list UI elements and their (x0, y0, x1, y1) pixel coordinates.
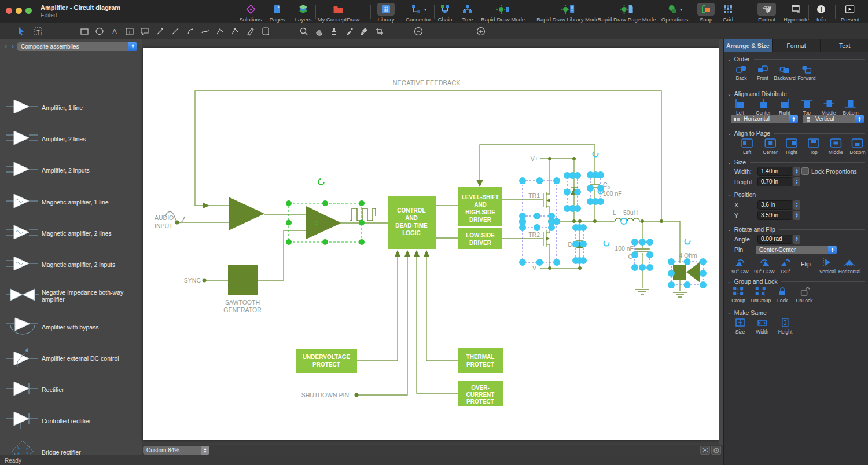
toolbar-item-rapid-draw-mode[interactable]: Rapid Draw Mode (481, 3, 525, 23)
rotate-90ccw-button[interactable]: 90° CCW (754, 257, 775, 274)
cyan-selection-handle[interactable] (597, 185, 604, 192)
vertical-scrollbar[interactable] (719, 39, 723, 445)
toolbar-item-chain[interactable]: Chain (436, 3, 454, 23)
stamp-tool[interactable] (328, 25, 340, 37)
polyline-tool[interactable] (214, 25, 227, 37)
order-forward-button[interactable]: Forward (797, 65, 815, 81)
order-front-button[interactable]: Front (757, 65, 768, 81)
collapse-chevron-icon[interactable]: ⌄ (727, 131, 731, 136)
cyan-selection-handle[interactable] (534, 224, 540, 231)
cyan-selection-handle[interactable] (574, 172, 581, 179)
pin-dropdown[interactable]: Center-Center ▲▼ (756, 246, 837, 254)
cyan-selection-handle[interactable] (534, 213, 540, 219)
brush-tool[interactable] (358, 25, 371, 37)
rotation-handles-cyan[interactable] (593, 152, 690, 246)
ellipse-tool[interactable] (93, 25, 106, 37)
library-item-amplifier-2-inputs[interactable]: Amplifier, 2 inputs (0, 155, 142, 186)
cyan-selection-handle[interactable] (631, 239, 638, 246)
smart-arrow-tool[interactable] (154, 25, 167, 37)
library-item-negative-impedance-amplifier[interactable]: Negative impedance both-way amplifier (0, 280, 142, 312)
make-same-height-button[interactable]: Height (778, 317, 793, 335)
height-field[interactable]: 0.70 in (757, 177, 792, 186)
cyan-selection-handle[interactable] (574, 205, 581, 212)
height-stepper[interactable]: ▲▼ (793, 177, 800, 186)
align-bottom-button[interactable]: Bottom (843, 98, 859, 116)
library-forward-arrow[interactable]: › (9, 42, 16, 50)
cyan-selection-handle[interactable] (631, 251, 638, 258)
cyan-selection-handle[interactable] (684, 258, 691, 265)
selection-mode-button[interactable] (700, 446, 710, 455)
width-field[interactable]: 1.40 in (757, 167, 792, 176)
library-item-magnetic-amplifier-2-inputs[interactable]: Magnetic amplifier, 2 inputs (0, 249, 142, 280)
library-item-controlled-rectifier[interactable]: Controlled rectifier (0, 405, 142, 437)
library-item-amplifier-with-bypass[interactable]: Amplifier with bypass (0, 312, 142, 343)
minimize-window-button[interactable] (16, 8, 22, 14)
toolbar-item-format[interactable]: Format (757, 3, 776, 23)
y-field[interactable]: 3.59 in (757, 211, 792, 220)
cyan-selection-handle[interactable] (700, 258, 707, 265)
arc-tool[interactable] (184, 25, 197, 37)
toolbar-item-connector[interactable]: ▾ Connector (406, 3, 431, 23)
cyan-selection-handle[interactable] (519, 259, 526, 266)
cyan-selection-handle[interactable] (580, 257, 587, 264)
cyan-selection-handle[interactable] (519, 177, 526, 184)
textbox-tool[interactable]: T (123, 25, 136, 37)
toolbar-item-pages[interactable]: Pages (269, 3, 286, 23)
cyan-selection-handle[interactable] (684, 281, 691, 288)
page-align-left-button[interactable]: Left (741, 138, 753, 155)
library-item-magnetic-amplifier-1-line[interactable]: Magnetic amplifier, 1 line (0, 186, 142, 218)
pan-mode-button[interactable] (711, 446, 721, 455)
page-align-bottom-button[interactable]: Bottom (850, 138, 866, 155)
cyan-selection-handle[interactable] (536, 259, 543, 266)
toolbar-item-layers[interactable]: Layers (295, 3, 312, 23)
spline-tool[interactable] (199, 25, 212, 37)
order-backward-button[interactable]: Backward (774, 65, 795, 81)
document-page[interactable]: CONTROL AND DEAD-TIME LOGIC LEVEL-SHIFT … (143, 48, 719, 440)
cyan-selection-handle[interactable] (553, 177, 560, 184)
green-selection-handle[interactable] (286, 200, 292, 206)
rotation-handle-green[interactable] (318, 179, 324, 185)
width-stepper[interactable]: ▲▼ (793, 167, 800, 176)
cyan-selection-handle[interactable] (564, 189, 571, 196)
zoom-level-dropdown[interactable]: Custom 84% ▲▼ (143, 446, 209, 455)
lock-proportions-checkbox[interactable] (801, 167, 809, 175)
flip-vertical-button[interactable]: Vertical (819, 257, 836, 274)
cyan-selection-handle[interactable] (587, 185, 594, 192)
cyan-selection-handle[interactable] (580, 224, 587, 231)
cyan-selection-handle[interactable] (580, 241, 587, 248)
collapse-chevron-icon[interactable]: ⌄ (727, 160, 731, 165)
library-item-magnetic-amplifier-2-lines[interactable]: Magnetic amplifier, 2 lines (0, 218, 142, 249)
angle-field[interactable]: 0.00 rad (757, 235, 792, 244)
toolbar-item-grid[interactable]: Grid (719, 3, 737, 23)
collapse-chevron-icon[interactable]: ⌄ (727, 279, 731, 284)
make-same-size-button[interactable]: Size (734, 317, 746, 335)
page-align-center-button[interactable]: Center (763, 138, 778, 155)
page-align-middle-button[interactable]: Middle (828, 138, 843, 155)
zoom-in-button[interactable] (475, 25, 487, 37)
cyan-selection-handle[interactable] (646, 251, 653, 258)
unlock-button[interactable]: UnLock (796, 286, 813, 303)
toolbar-item-rapid-draw-library-mode[interactable]: Rapid Draw Library Mode (536, 3, 599, 23)
cyan-selection-handle[interactable] (700, 270, 707, 277)
x-stepper[interactable]: ▲▼ (793, 200, 800, 210)
eyedropper-tool[interactable] (343, 25, 356, 37)
toolbar-item-operations[interactable]: ▾ Operations (661, 3, 688, 23)
angle-stepper[interactable]: ▲▼ (793, 235, 800, 244)
library-back-arrow[interactable]: ‹ (2, 42, 9, 50)
toolbar-item-tree[interactable]: Tree (459, 3, 476, 23)
collapse-chevron-icon[interactable]: ⌄ (727, 227, 731, 232)
flip-horizontal-button[interactable]: Horizontal (838, 257, 860, 274)
solid-shapes[interactable] (203, 180, 700, 295)
pan-hand-tool[interactable] (312, 25, 325, 37)
green-selection-handle[interactable] (322, 239, 328, 245)
x-field[interactable]: 3.6 in (757, 200, 792, 210)
page-align-top-button[interactable]: Top (807, 138, 820, 155)
align-center-button[interactable]: Center (756, 98, 771, 116)
pen-tool[interactable] (244, 25, 257, 37)
collapse-chevron-icon[interactable]: ⌄ (727, 310, 731, 316)
toolbar-item-solutions[interactable]: Solutions (239, 3, 262, 23)
zoom-window-button[interactable] (25, 8, 32, 14)
ungroup-button[interactable]: UnGroup (751, 286, 771, 303)
align-left-button[interactable]: Left (734, 98, 746, 116)
cyan-selection-handle[interactable] (646, 264, 653, 271)
